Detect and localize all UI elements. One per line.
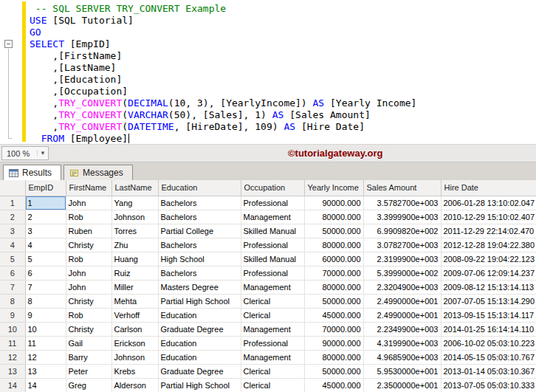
cell[interactable]: 50000.000 — [304, 364, 363, 378]
row-number[interactable]: 1 — [0, 196, 25, 210]
tab-messages[interactable]: Messages — [63, 165, 133, 180]
cell[interactable]: Clerical — [241, 308, 304, 322]
column-header-sales-amount[interactable]: Sales Amount — [363, 180, 441, 196]
cell[interactable]: 2006-10-02 05:03:10.223 — [441, 336, 536, 350]
cell[interactable]: Verhoff — [111, 308, 158, 322]
cell[interactable]: 11 — [25, 336, 66, 350]
row-number[interactable]: 14 — [0, 378, 25, 392]
cell[interactable]: Management — [241, 322, 304, 336]
cell[interactable]: 3.5782700e+003 — [363, 196, 441, 210]
cell[interactable]: Greg — [66, 378, 111, 392]
cell[interactable]: 3.3999900e+003 — [363, 210, 441, 224]
cell[interactable]: 45000.000 — [304, 378, 363, 392]
cell[interactable]: Bachelors — [158, 210, 241, 224]
cell[interactable]: 2.3204900e+003 — [363, 280, 441, 294]
cell[interactable]: Zhu — [111, 238, 158, 252]
cell[interactable]: Graduate Degree — [158, 364, 241, 378]
cell[interactable]: 6.9909820e+002 — [363, 224, 441, 238]
cell[interactable]: 70000.000 — [304, 266, 363, 280]
cell[interactable]: Education — [158, 308, 241, 322]
cell[interactable]: 2009-07-06 12:09:14.237 — [441, 266, 536, 280]
cell[interactable]: 9 — [25, 308, 66, 322]
cell[interactable]: Management — [241, 280, 304, 294]
cell[interactable]: Management — [241, 350, 304, 364]
row-number[interactable]: 4 — [0, 238, 25, 252]
cell[interactable]: 2.3199900e+003 — [363, 252, 441, 266]
cell[interactable]: Rob — [66, 252, 111, 266]
row-number[interactable]: 7 — [0, 280, 25, 294]
row-number[interactable]: 3 — [0, 224, 25, 238]
cell[interactable]: Professional — [241, 238, 304, 252]
cell[interactable]: 2013-07-05 05:03:10.333 — [441, 378, 536, 392]
cell[interactable]: 5 — [25, 252, 66, 266]
cell[interactable]: Peter — [66, 364, 111, 378]
cell[interactable]: Christy — [66, 294, 111, 308]
cell[interactable]: Clerical — [241, 294, 304, 308]
sql-code[interactable]: -- SQL SERVER TRY_CONVERT ExampleUSE [SQ… — [30, 3, 536, 144]
cell[interactable]: Graduate Degree — [158, 322, 241, 336]
row-number[interactable]: 8 — [0, 294, 25, 308]
cell[interactable]: Johnson — [111, 350, 158, 364]
cell[interactable]: Ruiz — [111, 266, 158, 280]
cell[interactable]: Mehta — [111, 294, 158, 308]
row-number[interactable]: 2 — [0, 210, 25, 224]
cell[interactable]: Miller — [111, 280, 158, 294]
cell[interactable]: High School — [158, 252, 241, 266]
grid-corner-cell[interactable] — [0, 180, 25, 196]
column-header-empid[interactable]: EmpID — [25, 180, 66, 196]
cell[interactable]: 2011-12-29 22:14:02.470 — [441, 224, 536, 238]
cell[interactable]: Partial High School — [158, 294, 241, 308]
code-fold-collapse-icon[interactable]: − — [4, 40, 13, 48]
cell[interactable]: 12 — [25, 350, 66, 364]
cell[interactable]: 80000.000 — [304, 210, 363, 224]
cell[interactable]: 2013-01-14 05:03:10.367 — [441, 364, 536, 378]
cell[interactable]: 50000.000 — [304, 294, 363, 308]
cell[interactable]: 5.9530000e+001 — [363, 364, 441, 378]
cell[interactable]: Partial High School — [158, 378, 241, 392]
cell[interactable]: 2014-01-25 16:14:14.110 — [441, 322, 536, 336]
zoom-dropdown[interactable]: 100 % ▼ — [1, 146, 49, 160]
cell[interactable]: Carlson — [111, 322, 158, 336]
column-header-lastname[interactable]: LastName — [111, 180, 158, 196]
cell[interactable]: John — [66, 266, 111, 280]
cell[interactable]: 3.0782700e+003 — [363, 238, 441, 252]
cell[interactable]: 80000.000 — [304, 350, 363, 364]
cell[interactable]: Bachelors — [158, 266, 241, 280]
cell[interactable]: Krebs — [111, 364, 158, 378]
cell[interactable]: Bachelors — [158, 238, 241, 252]
cell[interactable]: Johnson — [111, 210, 158, 224]
cell[interactable]: John — [66, 196, 111, 210]
results-grid[interactable]: EmpIDFirstNameLastNameEducationOccupatio… — [0, 180, 536, 392]
cell[interactable]: 2008-09-22 19:04:22.123 — [441, 252, 536, 266]
cell[interactable]: Erickson — [111, 336, 158, 350]
cell[interactable]: 4.9685900e+003 — [363, 350, 441, 364]
cell[interactable]: Skilled Manual — [241, 224, 304, 238]
column-header-yearly-income[interactable]: Yearly Income — [304, 180, 363, 196]
cell[interactable]: 4.3199900e+003 — [363, 336, 441, 350]
cell[interactable]: 80000.000 — [304, 238, 363, 252]
cell[interactable]: Professional — [241, 336, 304, 350]
cell[interactable]: Skilled Manual — [241, 252, 304, 266]
cell[interactable]: Education — [158, 336, 241, 350]
cell[interactable]: 14 — [25, 378, 66, 392]
cell[interactable]: 50000.000 — [304, 224, 363, 238]
cell[interactable]: Professional — [241, 196, 304, 210]
cell[interactable]: 70000.000 — [304, 322, 363, 336]
cell[interactable]: 2007-07-05 15:13:14.290 — [441, 294, 536, 308]
row-number[interactable]: 10 — [0, 322, 25, 336]
cell[interactable]: 2014-05-15 05:03:10.767 — [441, 350, 536, 364]
cell[interactable]: 80000.000 — [304, 280, 363, 294]
cell[interactable]: Partial College — [158, 224, 241, 238]
cell[interactable]: 13 — [25, 364, 66, 378]
cell[interactable]: 1 — [25, 196, 66, 210]
cell[interactable]: Clerical — [241, 364, 304, 378]
cell[interactable]: Torres — [111, 224, 158, 238]
cell[interactable]: 5.3999000e+002 — [363, 266, 441, 280]
column-header-hire-date[interactable]: Hire Date — [441, 180, 536, 196]
cell[interactable]: John — [66, 280, 111, 294]
cell[interactable]: 2.2349900e+003 — [363, 322, 441, 336]
cell[interactable]: Yang — [111, 196, 158, 210]
row-number[interactable]: 5 — [0, 252, 25, 266]
cell[interactable]: 10 — [25, 322, 66, 336]
cell[interactable]: 2.3500000e+001 — [363, 378, 441, 392]
